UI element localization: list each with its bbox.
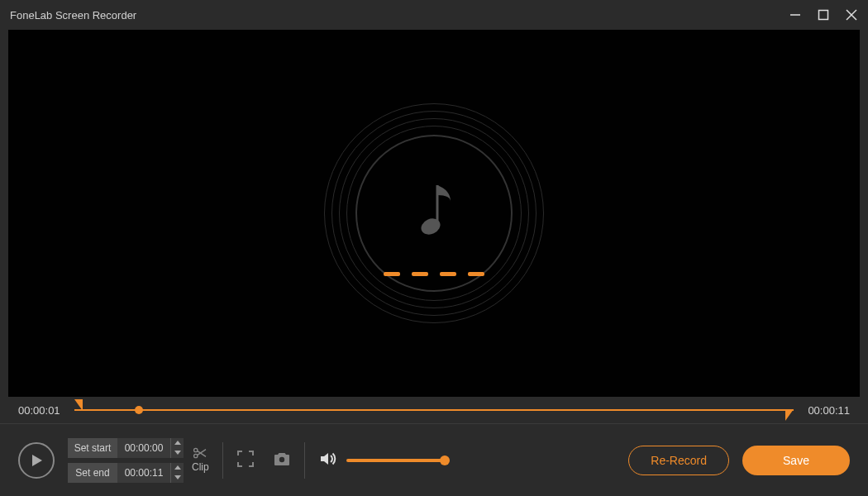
re-record-button[interactable]: Re-Record	[628, 446, 729, 475]
svg-point-10	[194, 448, 198, 451]
window-title: FoneLab Screen Recorder	[10, 9, 789, 21]
seek-track-line	[74, 409, 794, 411]
audio-visualizer	[318, 98, 550, 329]
equalizer-bars	[384, 272, 484, 276]
volume-control	[318, 450, 446, 471]
range-start-handle[interactable]	[74, 399, 83, 411]
timeline: 00:00:01 00:00:11	[0, 397, 868, 423]
maximize-button[interactable]	[817, 8, 830, 21]
svg-marker-6	[174, 441, 181, 445]
preview-tool-buttons	[236, 450, 291, 471]
svg-point-14	[279, 456, 284, 461]
screenshot-button[interactable]	[273, 450, 291, 471]
separator	[304, 442, 305, 479]
window-controls	[789, 8, 858, 21]
save-button[interactable]: Save	[742, 446, 850, 475]
minimize-icon	[789, 9, 801, 21]
total-time-label: 00:00:11	[804, 404, 850, 417]
clip-end-row: Set end 00:00:11	[68, 463, 184, 483]
scissor-icon	[193, 447, 207, 461]
fullscreen-icon	[236, 450, 255, 468]
fullscreen-button[interactable]	[236, 450, 255, 471]
music-note-icon	[409, 179, 459, 248]
set-start-button[interactable]: Set start	[68, 438, 117, 458]
svg-point-4	[418, 216, 442, 237]
controls-bar: Set start 00:00:00 Set end 00:00:11	[0, 423, 868, 496]
minimize-button[interactable]	[789, 8, 802, 21]
clip-button[interactable]: Clip	[192, 447, 209, 473]
clip-end-spinner	[170, 463, 184, 483]
play-icon	[29, 453, 44, 468]
svg-point-11	[194, 454, 198, 457]
clip-start-up[interactable]	[171, 438, 184, 448]
clip-start-value[interactable]: 00:00:00	[117, 442, 170, 454]
svg-rect-1	[819, 11, 828, 20]
close-button[interactable]	[845, 8, 858, 21]
svg-marker-7	[174, 451, 181, 455]
close-icon	[846, 9, 857, 21]
volume-thumb[interactable]	[440, 455, 450, 465]
seek-track[interactable]	[74, 401, 794, 419]
play-button[interactable]	[18, 442, 55, 479]
clip-section: Set start 00:00:00 Set end 00:00:11	[68, 438, 209, 483]
svg-marker-8	[174, 465, 181, 470]
clip-button-label: Clip	[192, 461, 209, 473]
clip-start-spinner	[170, 438, 184, 458]
clip-end-up[interactable]	[171, 463, 184, 473]
volume-slider[interactable]	[346, 459, 446, 462]
clip-end-down[interactable]	[171, 473, 184, 483]
maximize-icon	[818, 9, 829, 21]
preview-area	[8, 30, 860, 397]
playhead[interactable]	[135, 406, 143, 414]
range-end-handle[interactable]	[785, 409, 794, 421]
current-time-label: 00:00:01	[18, 404, 64, 417]
clip-start-row: Set start 00:00:00	[68, 438, 184, 458]
titlebar: FoneLab Screen Recorder	[0, 0, 868, 30]
separator	[222, 442, 223, 479]
set-end-button[interactable]: Set end	[68, 463, 117, 483]
camera-icon	[273, 450, 291, 468]
svg-marker-5	[32, 455, 42, 466]
svg-marker-9	[174, 475, 181, 479]
clip-start-down[interactable]	[171, 448, 184, 458]
speaker-icon[interactable]	[318, 450, 336, 471]
clip-end-value[interactable]: 00:00:11	[117, 467, 170, 479]
